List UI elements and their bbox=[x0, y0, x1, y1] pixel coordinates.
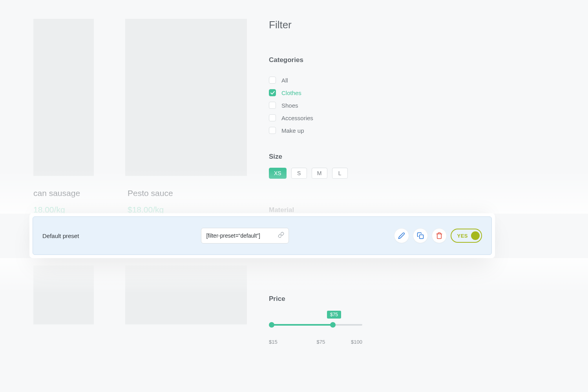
svg-rect-0 bbox=[420, 235, 424, 239]
product-image[interactable] bbox=[125, 19, 247, 176]
category-accessories[interactable]: Accessories bbox=[269, 114, 387, 121]
preset-title: Default preset bbox=[42, 233, 79, 239]
price-heading: Price bbox=[269, 295, 387, 303]
checkbox-icon bbox=[269, 89, 276, 96]
product-image[interactable] bbox=[33, 266, 94, 324]
size-heading: Size bbox=[269, 153, 387, 161]
categories-heading: Categories bbox=[269, 56, 387, 64]
category-all[interactable]: All bbox=[269, 77, 387, 84]
filter-title: Filter bbox=[269, 19, 387, 31]
preset-toggle[interactable]: YES bbox=[451, 229, 482, 243]
link-icon bbox=[278, 232, 284, 240]
category-label: Accessories bbox=[281, 115, 313, 121]
copy-icon bbox=[417, 232, 424, 239]
size-xs[interactable]: XS bbox=[269, 168, 287, 179]
copy-button[interactable] bbox=[413, 228, 428, 243]
product-image[interactable] bbox=[125, 266, 247, 324]
price-badge: $75 bbox=[327, 311, 341, 319]
toggle-knob-icon bbox=[471, 231, 480, 240]
edit-button[interactable] bbox=[394, 228, 409, 243]
category-label: Make up bbox=[281, 127, 304, 134]
trash-icon bbox=[436, 232, 443, 239]
price-max-label: $100 bbox=[351, 339, 362, 345]
category-label: All bbox=[281, 77, 288, 84]
product-image[interactable] bbox=[33, 19, 94, 176]
product-name: can sausage bbox=[33, 189, 94, 198]
category-make-up[interactable]: Make up bbox=[269, 127, 387, 134]
preset-overlay: Default preset YES bbox=[29, 213, 495, 258]
material-heading: Material bbox=[269, 206, 387, 214]
category-label: Clothes bbox=[281, 90, 301, 96]
price-min-label: $15 bbox=[269, 339, 278, 345]
price-handle-min[interactable] bbox=[269, 322, 274, 328]
price-mid-label: $75 bbox=[317, 339, 325, 345]
checkbox-icon bbox=[269, 77, 276, 84]
category-shoes[interactable]: Shoes bbox=[269, 102, 387, 109]
checkbox-icon bbox=[269, 127, 276, 134]
size-m[interactable]: M bbox=[312, 168, 327, 179]
category-clothes[interactable]: Clothes bbox=[269, 89, 387, 96]
size-l[interactable]: L bbox=[332, 168, 348, 179]
price-fill bbox=[271, 324, 334, 326]
category-label: Shoes bbox=[281, 102, 298, 109]
product-name: Pesto sauce bbox=[128, 189, 247, 198]
pencil-icon bbox=[398, 232, 405, 239]
checkbox-icon bbox=[269, 102, 276, 109]
delete-button[interactable] bbox=[432, 228, 447, 243]
preset-selector-input[interactable] bbox=[201, 228, 289, 244]
size-s[interactable]: S bbox=[291, 168, 307, 179]
toggle-label: YES bbox=[457, 233, 468, 239]
checkbox-icon bbox=[269, 114, 276, 121]
price-handle-max[interactable] bbox=[330, 322, 336, 328]
